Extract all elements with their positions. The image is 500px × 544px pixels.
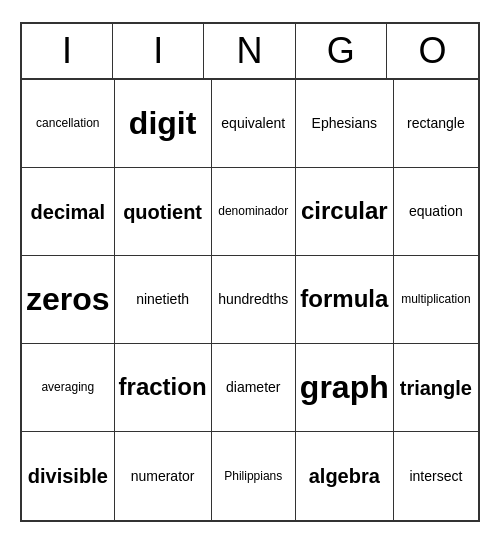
cell-4-3: algebra [296,432,394,520]
bingo-grid: cancellationdigitequivalentEphesiansrect… [22,80,478,520]
header-letter-3: G [296,24,387,78]
cell-3-3: graph [296,344,394,432]
header-letter-2: N [204,24,295,78]
cell-2-4: multiplication [394,256,478,344]
cell-3-1: fraction [115,344,212,432]
cell-text-0-2: equivalent [221,115,285,132]
cell-text-1-2: denominador [218,204,288,218]
cell-text-3-1: fraction [119,373,207,402]
bingo-card: IINGO cancellationdigitequivalentEphesia… [20,22,480,522]
cell-text-1-0: decimal [31,200,105,224]
cell-3-0: averaging [22,344,115,432]
cell-4-0: divisible [22,432,115,520]
cell-text-2-0: zeros [26,280,110,318]
cell-1-4: equation [394,168,478,256]
cell-text-1-4: equation [409,203,463,220]
cell-4-4: intersect [394,432,478,520]
header-letter-0: I [22,24,113,78]
cell-4-1: numerator [115,432,212,520]
cell-text-4-4: intersect [409,468,462,485]
cell-text-3-3: graph [300,368,389,406]
cell-text-0-1: digit [129,104,197,142]
cell-2-2: hundredths [212,256,296,344]
cell-text-1-3: circular [301,197,388,226]
cell-text-2-2: hundredths [218,291,288,308]
cell-text-2-3: formula [300,285,388,314]
bingo-header: IINGO [22,24,478,80]
cell-text-0-3: Ephesians [312,115,377,132]
cell-0-1: digit [115,80,212,168]
cell-text-4-0: divisible [28,464,108,488]
cell-text-4-1: numerator [131,468,195,485]
cell-text-2-4: multiplication [401,292,470,306]
cell-2-3: formula [296,256,394,344]
cell-0-4: rectangle [394,80,478,168]
cell-text-3-4: triangle [400,376,472,400]
cell-0-2: equivalent [212,80,296,168]
cell-0-0: cancellation [22,80,115,168]
cell-text-4-3: algebra [309,464,380,488]
cell-2-1: ninetieth [115,256,212,344]
cell-text-3-2: diameter [226,379,280,396]
cell-text-4-2: Philippians [224,469,282,483]
cell-1-0: decimal [22,168,115,256]
cell-text-2-1: ninetieth [136,291,189,308]
cell-4-2: Philippians [212,432,296,520]
header-letter-1: I [113,24,204,78]
cell-text-3-0: averaging [41,380,94,394]
cell-3-2: diameter [212,344,296,432]
cell-1-1: quotient [115,168,212,256]
cell-2-0: zeros [22,256,115,344]
header-letter-4: O [387,24,478,78]
cell-0-3: Ephesians [296,80,394,168]
cell-1-3: circular [296,168,394,256]
cell-text-0-4: rectangle [407,115,465,132]
cell-text-0-0: cancellation [36,116,99,130]
cell-3-4: triangle [394,344,478,432]
cell-text-1-1: quotient [123,200,202,224]
cell-1-2: denominador [212,168,296,256]
